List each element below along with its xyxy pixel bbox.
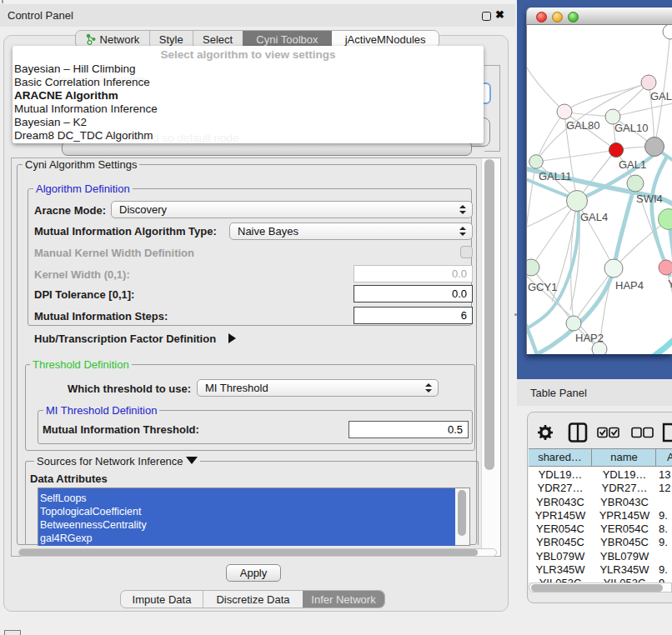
svg-text:GAL10: GAL10	[614, 122, 648, 134]
svg-text:Y: Y	[668, 278, 672, 290]
svg-text:GAL1: GAL1	[619, 158, 646, 171]
svg-text:HAP2: HAP2	[575, 332, 604, 344]
svg-text:GCY1: GCY1	[528, 281, 557, 293]
svg-text:GAL7: GAL7	[650, 90, 672, 102]
svg-text:HAP4: HAP4	[615, 279, 644, 292]
svg-text:GAL80: GAL80	[566, 119, 599, 132]
svg-text:GAL4: GAL4	[580, 211, 608, 223]
svg-text:GAL11: GAL11	[539, 170, 572, 182]
svg-text:SWI4: SWI4	[636, 192, 663, 205]
